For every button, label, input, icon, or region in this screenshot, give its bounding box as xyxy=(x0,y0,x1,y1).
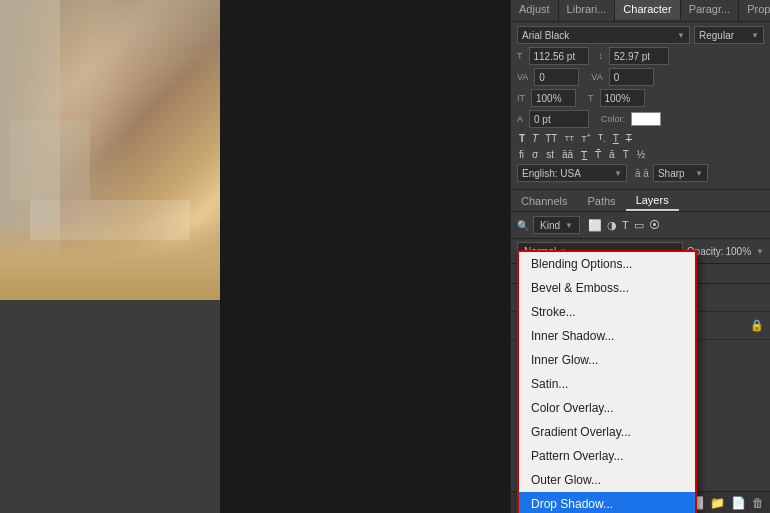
kerning-label: VA xyxy=(517,72,528,82)
menu-blending-options[interactable]: Blending Options... xyxy=(519,252,695,276)
font-size-input[interactable]: 112.56 pt xyxy=(529,47,589,65)
adjustment-filter-icon[interactable]: ◑ xyxy=(607,219,617,232)
baseline-icon: A xyxy=(517,114,523,124)
tab-character[interactable]: Character xyxy=(615,0,680,21)
tab-paragraph[interactable]: Paragr... xyxy=(681,0,740,21)
font-row: Arial Black ▼ Regular ▼ xyxy=(517,26,764,44)
ordinals-icon[interactable]: ā xyxy=(607,148,617,161)
tracking-input[interactable]: 0 xyxy=(609,68,654,86)
tracking-label: VA xyxy=(591,72,602,82)
superscript-icon[interactable]: T+ xyxy=(579,131,593,145)
canvas-image xyxy=(0,0,220,300)
font-style-arrow: ▼ xyxy=(751,31,759,40)
menu-drop-shadow[interactable]: Drop Shadow... xyxy=(519,492,695,513)
character-panel: Arial Black ▼ Regular ▼ T 112.56 pt ↕ 52… xyxy=(511,22,770,190)
menu-color-overlay[interactable]: Color Overlay... xyxy=(519,396,695,420)
language-row: English: USA ▼ ā ā Sharp ▼ xyxy=(517,164,764,182)
leading-input[interactable]: 52.97 pt xyxy=(609,47,669,65)
layer-tool-icons: ⬜ ◑ T ▭ ⦿ xyxy=(588,219,660,232)
menu-gradient-overlay[interactable]: Gradient Overlay... xyxy=(519,420,695,444)
frac2-icon[interactable]: T̄ xyxy=(593,148,603,161)
italic-icon[interactable]: T xyxy=(530,132,540,145)
canvas-dark-bg xyxy=(220,0,510,513)
scale-row: IT 100% T 100% xyxy=(517,89,764,107)
menu-satin[interactable]: Satin... xyxy=(519,372,695,396)
tab-adjust[interactable]: Adjust xyxy=(511,0,559,21)
type-icons: T T TT TT T+ T- T T xyxy=(517,131,634,145)
font-style-select[interactable]: Regular ▼ xyxy=(694,26,764,44)
font-family-arrow: ▼ xyxy=(677,31,685,40)
size-row: T 112.56 pt ↕ 52.97 pt xyxy=(517,47,764,65)
new-layer-icon[interactable]: 📄 xyxy=(731,496,746,510)
tab-paths[interactable]: Paths xyxy=(577,192,625,210)
discretionary-icon[interactable]: āā xyxy=(560,148,575,161)
panel-tabs: Adjust Librari... Character Paragr... Pr… xyxy=(511,0,770,22)
baseline-row: A 0 pt Color: xyxy=(517,110,764,128)
hscale-icon: IT xyxy=(517,93,525,103)
oldstyle-icon[interactable]: σ xyxy=(530,148,540,161)
vscale-icon: T xyxy=(588,93,594,103)
layers-panel: 🔍 Kind ▼ ⬜ ◑ T ▭ ⦿ Normal ▼ Opacity: 100… xyxy=(511,212,770,513)
menu-inner-shadow[interactable]: Inner Shadow... xyxy=(519,324,695,348)
aa-label: ā ā xyxy=(635,168,649,179)
frac1-icon[interactable]: T̲ xyxy=(579,148,589,161)
size-icon: T xyxy=(517,51,523,61)
antialias-arrow: ▼ xyxy=(695,169,703,178)
room-photo xyxy=(0,0,220,300)
right-panel: Adjust Librari... Character Paragr... Pr… xyxy=(510,0,770,513)
pixel-filter-icon[interactable]: ⬜ xyxy=(588,219,602,232)
ligature-icon[interactable]: fi xyxy=(517,148,526,161)
shape-filter-icon[interactable]: ▭ xyxy=(634,219,644,232)
type-style-row: T T TT TT T+ T- T T xyxy=(517,131,764,145)
kerning-input[interactable]: 0 xyxy=(534,68,579,86)
smart-filter-icon[interactable]: ⦿ xyxy=(649,219,660,231)
bold-icon[interactable]: T xyxy=(517,132,527,145)
horizontal-scale-input[interactable]: 100% xyxy=(531,89,576,107)
tab-libraries[interactable]: Librari... xyxy=(559,0,616,21)
menu-inner-glow[interactable]: Inner Glow... xyxy=(519,348,695,372)
menu-pattern-overlay[interactable]: Pattern Overlay... xyxy=(519,444,695,468)
menu-outer-glow[interactable]: Outer Glow... xyxy=(519,468,695,492)
context-menu: Blending Options... Bevel & Emboss... St… xyxy=(517,250,697,513)
opacity-value[interactable]: 100% xyxy=(726,246,752,257)
smallcaps-icon[interactable]: TT xyxy=(562,133,576,144)
canvas-area xyxy=(0,0,510,513)
layer-lock-icon: 🔒 xyxy=(750,319,764,332)
swash-icon[interactable]: T xyxy=(621,148,631,161)
opacity-field: Opacity: 100% ▼ xyxy=(687,246,764,257)
lang-arrow: ▼ xyxy=(614,169,622,178)
kerning-row: VA 0 VA 0 xyxy=(517,68,764,86)
strikethrough-icon[interactable]: T xyxy=(624,132,634,145)
color-label: Color: xyxy=(601,114,625,124)
stylistic-icon[interactable]: st xyxy=(544,148,556,161)
tab-channels[interactable]: Channels xyxy=(511,192,577,210)
language-select[interactable]: English: USA ▼ xyxy=(517,164,627,182)
menu-bevel-emboss[interactable]: Bevel & Emboss... xyxy=(519,276,695,300)
tab-properties[interactable]: Properti... xyxy=(739,0,770,21)
leading-icon: ↕ xyxy=(599,51,604,61)
vertical-scale-input[interactable]: 100% xyxy=(600,89,645,107)
opacity-arrow: ▼ xyxy=(756,247,764,256)
subscript-icon[interactable]: T- xyxy=(596,131,608,145)
antialias-select[interactable]: Sharp ▼ xyxy=(653,164,708,182)
half-icon[interactable]: ½ xyxy=(635,148,647,161)
new-group-icon[interactable]: 📁 xyxy=(710,496,725,510)
kind-select[interactable]: Kind ▼ xyxy=(533,216,580,234)
special-chars-row: fi σ st āā T̲ T̄ ā T ½ xyxy=(517,148,764,161)
layers-toolbar: 🔍 Kind ▼ ⬜ ◑ T ▭ ⦿ xyxy=(511,212,770,239)
baseline-input[interactable]: 0 pt xyxy=(529,110,589,128)
allcaps-icon[interactable]: TT xyxy=(543,132,559,145)
layers-tabs: Channels Paths Layers xyxy=(511,190,770,212)
color-swatch[interactable] xyxy=(631,112,661,126)
kind-arrow: ▼ xyxy=(565,221,573,230)
search-icon: 🔍 xyxy=(517,220,529,231)
tab-layers[interactable]: Layers xyxy=(626,191,679,211)
type-filter-icon[interactable]: T xyxy=(622,219,629,231)
menu-stroke[interactable]: Stroke... xyxy=(519,300,695,324)
font-family-select[interactable]: Arial Black ▼ xyxy=(517,26,690,44)
delete-layer-icon[interactable]: 🗑 xyxy=(752,496,764,510)
underline-icon[interactable]: T xyxy=(611,132,621,145)
